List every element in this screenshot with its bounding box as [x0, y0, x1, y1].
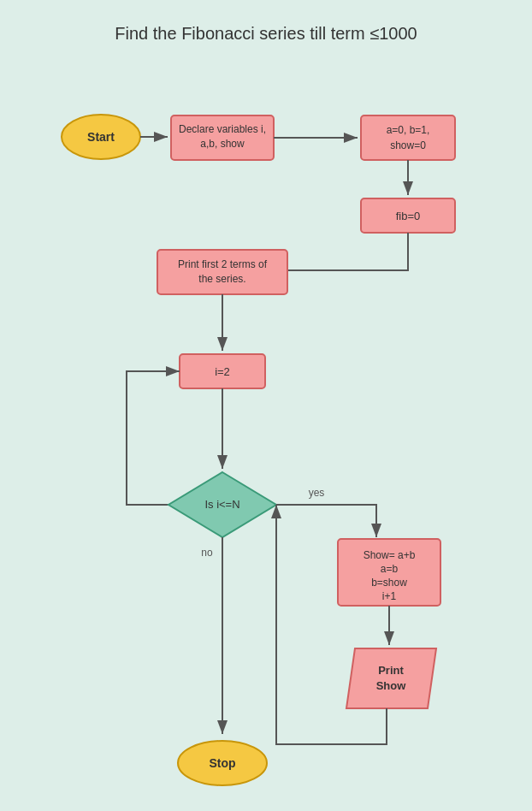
compute-label-2: a=b [381, 563, 399, 575]
stop-label: Stop [209, 756, 235, 770]
compute-label-1: Show= a+b [364, 549, 416, 561]
init-node [361, 115, 455, 160]
yes-label: yes [309, 487, 325, 499]
arrow-yes-compute [276, 505, 376, 537]
declare-label-1: Declare variables i, [179, 123, 266, 135]
i-init-label: i=2 [215, 365, 230, 378]
init-label-2: show=0 [390, 139, 426, 151]
fib-label: fib=0 [396, 210, 421, 222]
flowchart: Start Declare variables i, a,b, show a=0… [0, 0, 532, 811]
declare-label-2: a,b, show [200, 138, 245, 150]
compute-label-3: b=show [371, 577, 407, 589]
print-show-label-1: Print [378, 664, 404, 677]
start-label: Start [87, 130, 115, 144]
no-label: no [201, 547, 213, 559]
print-show-node [346, 648, 436, 708]
compute-label-4: i+1 [382, 590, 397, 602]
print-first-label-1: Print first 2 terms of [178, 258, 268, 270]
arrow-loop-back [127, 371, 180, 505]
print-first-label-2: the series. [198, 273, 245, 285]
print-show-label-2: Show [376, 679, 407, 692]
condition-label: Is i<=N [204, 498, 239, 511]
init-label-1: a=0, b=1, [387, 124, 430, 136]
print-first-node [157, 250, 287, 294]
